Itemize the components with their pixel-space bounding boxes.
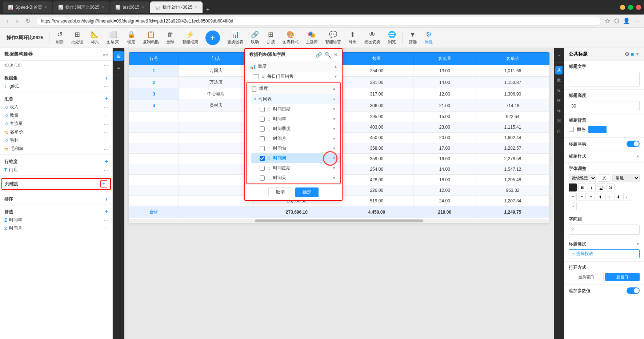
browse-button[interactable]: 🌐 浏览: [385, 29, 399, 46]
copy-paste-button[interactable]: 📋 复制粘贴: [140, 29, 162, 46]
font-family-select[interactable]: 微软雅黑: [569, 174, 596, 182]
theme-button[interactable]: 🎭 主题库: [303, 29, 321, 46]
dropdown-item-daily-sales[interactable]: ≡ 每日门店销售 ▼: [245, 72, 342, 81]
align-bottom-button[interactable]: ⬇: [614, 193, 622, 201]
title-link-chevron[interactable]: ▼: [636, 242, 640, 246]
time-weekday-checkbox[interactable]: [260, 166, 265, 171]
add-dataset-button[interactable]: +: [105, 75, 108, 81]
time-ten-day-item[interactable]: □ 时间旬 ▼: [251, 144, 340, 153]
add-link-button[interactable]: + 选择投表: [569, 249, 640, 258]
align-top-button[interactable]: ⬆: [596, 193, 604, 201]
ruler-button[interactable]: 📐 标尺: [88, 29, 102, 46]
quantity-more[interactable]: ···: [104, 113, 108, 118]
chart-style-button[interactable]: 🎨 图表样式: [280, 29, 301, 46]
dataset-id-more[interactable]: ···: [104, 62, 108, 68]
tab-close-4[interactable]: ✕: [195, 5, 197, 9]
properties-button[interactable]: ⚙ 属性: [421, 29, 436, 46]
forward-button[interactable]: ›: [14, 17, 20, 25]
right-nav-rank[interactable]: 排: [555, 127, 563, 136]
dropdown-search-icon[interactable]: 🔍: [325, 52, 331, 58]
title-style-chevron[interactable]: ▼: [636, 154, 640, 158]
profile-icon[interactable]: 👤: [623, 17, 630, 24]
batch-button[interactable]: ⊞ 批处理: [68, 29, 86, 46]
time-month-item[interactable]: □ 时间月 ▼: [251, 134, 340, 144]
right-nav-filter[interactable]: 筛: [555, 86, 563, 95]
font-size-input[interactable]: [598, 174, 611, 182]
new-window-button[interactable]: 新窗口: [605, 273, 640, 281]
grid1-more[interactable]: ···: [104, 83, 108, 89]
right-nav-properties[interactable]: 属: [555, 66, 563, 74]
underline-button[interactable]: U: [597, 183, 605, 191]
linkage-button[interactable]: 🔗 联动: [248, 29, 262, 46]
right-sidebar-chevron[interactable]: ▼: [635, 52, 640, 57]
close-window-button[interactable]: [636, 5, 641, 10]
data-nav-item[interactable]: ⊞: [113, 51, 124, 61]
layer-button[interactable]: ⬜ 图层(0): [104, 29, 122, 46]
font-color-box[interactable]: [569, 183, 577, 191]
bg-color-checkbox[interactable]: [569, 127, 574, 132]
daily-sales-checkbox[interactable]: [254, 74, 259, 79]
splice-button[interactable]: ⊞ 拼接: [264, 29, 278, 46]
export-button[interactable]: ⬆ 导出: [345, 29, 360, 46]
add-aggregation-button[interactable]: +: [105, 96, 108, 102]
time-quarter-item[interactable]: □ 时间季度 ▼: [251, 124, 340, 134]
filter-year-more[interactable]: ···: [104, 217, 108, 223]
right-sidebar-settings-icon[interactable]: ⚙: [625, 51, 629, 57]
strikethrough-button[interactable]: S: [607, 183, 615, 191]
align-left-button[interactable]: ≡: [569, 193, 577, 201]
bg-color-swatch[interactable]: [588, 126, 607, 133]
view-switch-button[interactable]: 👁 视图切换: [361, 29, 383, 46]
delete-button[interactable]: 🗑 删除: [163, 29, 178, 46]
title-text-input[interactable]: [569, 72, 640, 86]
scrollbar-thumb[interactable]: [255, 219, 423, 222]
time-day-item[interactable]: □ 时间天 ▼: [251, 173, 340, 183]
indent-left-button[interactable]: ←: [623, 193, 631, 201]
filter-button[interactable]: ▼ 筛选: [405, 29, 420, 46]
dimension-section-header[interactable]: 📋 维度 ▲: [247, 83, 340, 94]
current-window-button[interactable]: 当前窗口: [569, 273, 604, 281]
align-center-button[interactable]: ≡: [578, 193, 586, 201]
align-middle-button[interactable]: ↕: [605, 193, 613, 201]
time-month-checkbox[interactable]: [260, 136, 265, 141]
add-col-dim-button[interactable]: +: [100, 180, 107, 187]
add-sort-button[interactable]: +: [105, 196, 108, 202]
tab-close-3[interactable]: ✕: [141, 5, 144, 9]
italic-button[interactable]: I: [588, 183, 596, 191]
time-date-item[interactable]: □ 时间日期 ▼: [251, 104, 340, 114]
time-week-checkbox[interactable]: [260, 156, 265, 161]
tab-3[interactable]: 📊 test0615 ✕: [110, 1, 149, 13]
new-tab-button[interactable]: +: [203, 7, 212, 13]
title-height-input[interactable]: [569, 101, 640, 111]
back-button[interactable]: ‹: [4, 17, 11, 25]
layer-nav-item[interactable]: ≡: [113, 62, 124, 73]
time-date-checkbox[interactable]: [260, 107, 265, 112]
maximize-button[interactable]: [628, 5, 633, 10]
add-filter-button[interactable]: +: [105, 209, 108, 215]
traffic-more[interactable]: ···: [104, 121, 108, 127]
bold-button[interactable]: B: [578, 183, 586, 191]
gross-rate-more[interactable]: ···: [104, 146, 108, 152]
tab-1[interactable]: 📊 Speed-BI首页 ✕: [3, 1, 52, 13]
dropdown-confirm-button[interactable]: 确定: [295, 187, 319, 197]
right-nav-list[interactable]: 列: [555, 117, 563, 125]
time-ten-day-checkbox[interactable]: [260, 146, 265, 151]
dropdown-cancel-button[interactable]: 取消: [268, 187, 292, 197]
tab-close-2[interactable]: ✕: [101, 5, 104, 9]
indent-right-button[interactable]: →: [569, 202, 577, 210]
measure-section-header[interactable]: 📊 量度 ▲: [245, 61, 342, 72]
right-nav-expand[interactable]: »: [555, 51, 563, 60]
params-toggle-switch[interactable]: [627, 287, 640, 294]
smart-frame-button[interactable]: ⚡ 智能框架: [179, 29, 201, 46]
right-nav-link[interactable]: 联: [555, 96, 563, 105]
add-center-button[interactable]: +: [205, 31, 220, 45]
time-table-header[interactable]: ≡ 时间表 ▲: [251, 94, 340, 104]
time-year-item[interactable]: □ 时间年 ▼: [251, 114, 340, 124]
horizontal-scrollbar[interactable]: [129, 219, 549, 223]
time-quarter-checkbox[interactable]: [260, 126, 265, 132]
dropdown-link-icon[interactable]: 🔗: [316, 52, 322, 58]
refresh-tool-button[interactable]: ↺ 刷新: [52, 29, 67, 46]
minimize-button[interactable]: [620, 5, 625, 10]
dropdown-close-button[interactable]: ✕: [334, 52, 337, 57]
add-row-dim-button[interactable]: +: [105, 158, 108, 165]
time-weekday-item[interactable]: □ 时间星期 ▼: [251, 163, 340, 173]
